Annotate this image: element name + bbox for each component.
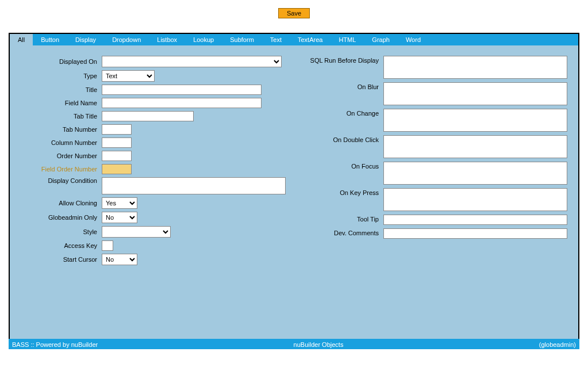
label-allow-cloning: Allow Cloning [16,200,102,207]
tab-html[interactable]: HTML [330,34,364,45]
tab-button[interactable]: Button [33,34,67,45]
label-dev-comments: Dev. Comments [309,228,383,236]
textarea-on-double-click[interactable] [383,135,567,158]
textarea-on-key-press[interactable] [383,188,567,211]
tab-graph[interactable]: Graph [364,34,398,45]
textarea-dev-comments[interactable] [383,228,567,239]
tab-dropdown[interactable]: Dropdown [104,34,149,45]
status-bar: BASS :: Powered by nuBuilder nuBuilder O… [9,339,579,349]
form-panel: All Button Display Dropdown Listbox Look… [9,33,579,339]
label-tool-tip: Tool Tip [309,215,383,223]
label-access-key: Access Key [16,242,102,249]
textarea-on-blur[interactable] [383,82,567,105]
select-start-cursor[interactable]: No [102,254,137,265]
input-field-order-number[interactable] [102,164,132,174]
textarea-display-condition[interactable] [102,177,286,194]
tab-text[interactable]: Text [262,34,290,45]
tab-all[interactable]: All [10,34,33,45]
label-on-double-click: On Double Click [309,135,383,143]
label-globeadmin-only: Globeadmin Only [16,214,102,221]
label-sql-run-before: SQL Run Before Display [309,56,383,64]
label-column-number: Column Number [16,139,102,146]
save-button[interactable]: Save [278,8,310,18]
textarea-sql-run-before[interactable] [383,56,567,79]
label-on-focus: On Focus [309,162,383,170]
label-display-condition: Display Condition [16,177,102,184]
label-on-blur: On Blur [309,82,383,90]
input-tab-title[interactable] [102,111,194,121]
input-order-number[interactable] [102,151,132,161]
label-field-name: Field Name [16,100,102,106]
label-on-key-press: On Key Press [309,188,383,196]
footer-left: BASS :: Powered by nuBuilder [12,341,98,348]
tab-listbox[interactable]: Listbox [149,34,185,45]
footer-center: nuBuilder Objects [98,341,539,348]
select-style[interactable] [102,226,171,238]
select-globeadmin-only[interactable]: No [102,212,137,223]
select-displayed-on[interactable] [102,56,282,67]
label-tab-number: Tab Number [16,126,102,133]
tab-subform[interactable]: Subform [222,34,262,45]
input-column-number[interactable] [102,137,132,148]
tab-word[interactable]: Word [398,34,429,45]
input-access-key[interactable] [102,240,113,251]
label-style: Style [16,228,102,235]
tab-bar: All Button Display Dropdown Listbox Look… [10,34,578,45]
textarea-on-change[interactable] [383,109,567,132]
textarea-on-focus[interactable] [383,162,567,185]
label-displayed-on: Displayed On [16,58,102,65]
input-tab-number[interactable] [102,124,132,135]
tab-display[interactable]: Display [67,34,104,45]
input-title[interactable] [102,85,262,95]
tab-textarea[interactable]: TextArea [290,34,330,45]
label-order-number: Order Number [16,152,102,159]
textarea-tool-tip[interactable] [383,215,567,225]
label-start-cursor: Start Cursor [16,256,102,263]
label-field-order-number: Field Order Number [16,166,102,173]
label-on-change: On Change [309,109,383,117]
label-type: Type [16,72,102,79]
select-allow-cloning[interactable]: Yes [102,197,137,209]
footer-right: (globeadmin) [539,341,576,348]
label-tab-title: Tab Title [16,113,102,120]
label-title: Title [16,86,102,93]
select-type[interactable]: Text [102,70,155,82]
tab-lookup[interactable]: Lookup [185,34,222,45]
input-field-name[interactable] [102,98,262,108]
